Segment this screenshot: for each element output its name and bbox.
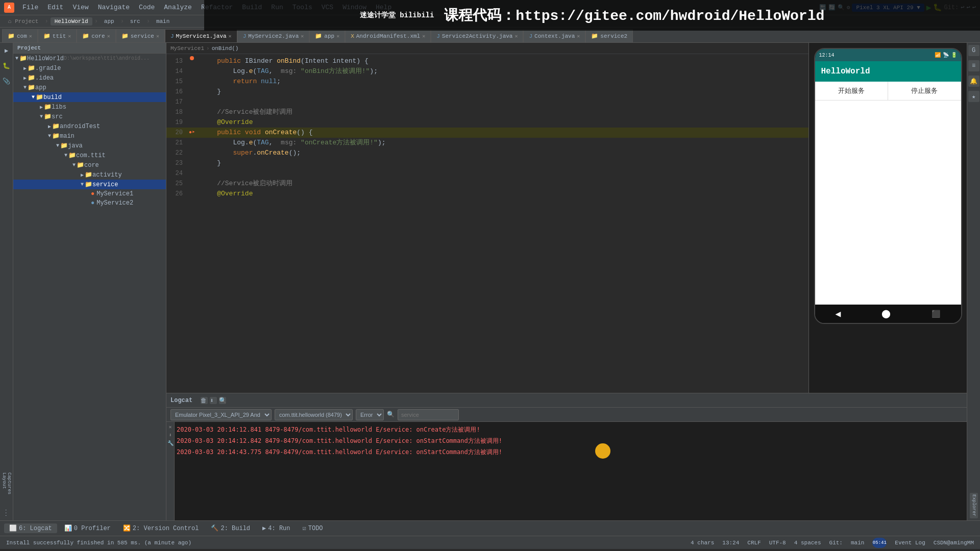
- menu-run[interactable]: Run: [267, 3, 287, 12]
- tree-item-main[interactable]: ▼ 📁 main: [13, 131, 166, 141]
- project-tab-app[interactable]: app: [100, 17, 118, 26]
- breakpoint-dot[interactable]: [190, 56, 194, 60]
- gradle-btn[interactable]: G: [968, 45, 979, 56]
- tree-item-androidtest[interactable]: ▶ 📁 androidTest: [13, 121, 166, 131]
- tab-close-ttit[interactable]: ✕: [68, 33, 71, 39]
- menu-analyze[interactable]: Analyze: [160, 3, 196, 12]
- line-ending[interactable]: CRLF: [747, 540, 761, 546]
- menu-build[interactable]: Build: [238, 3, 266, 12]
- file-tab-com[interactable]: 📁 com ✕: [2, 29, 38, 42]
- menu-file[interactable]: File: [18, 3, 42, 12]
- tab-close-manifest[interactable]: ✕: [422, 33, 425, 39]
- encoding[interactable]: UTF-8: [769, 540, 786, 546]
- bottom-tab-profiler[interactable]: 📊 0 Profiler: [59, 523, 116, 533]
- file-tab-service2activity[interactable]: J Service2Activity.java ✕: [431, 29, 523, 42]
- emulator-select[interactable]: Emulator Pixel_3_XL_API_29 And: [170, 409, 272, 420]
- tab-close-ctx[interactable]: ✕: [577, 33, 580, 39]
- start-service-button[interactable]: 开始服务: [815, 82, 889, 100]
- tab-close-ms2[interactable]: ✕: [301, 33, 304, 39]
- file-tab-core[interactable]: 📁 core ✕: [77, 29, 115, 42]
- tree-item-src[interactable]: ▼ 📁 src: [13, 112, 166, 121]
- expand-arrow-main: ▼: [48, 133, 51, 139]
- scroll-indicator-btn[interactable]: ...: [1, 507, 12, 518]
- user-avatar[interactable]: 05:41: [872, 538, 887, 548]
- menu-vcs[interactable]: VCS: [317, 3, 337, 12]
- tab-close-core[interactable]: ✕: [107, 33, 110, 39]
- project-tab-project[interactable]: ⌂ Project: [4, 17, 42, 26]
- logcat-side-btn3[interactable]: 🔧: [167, 440, 174, 446]
- file-tab-manifest[interactable]: X AndroidManifest.xml ✕: [345, 29, 431, 42]
- bottom-tab-vcs[interactable]: 🔀 2: Version Control: [118, 523, 204, 533]
- phone-recents-icon[interactable]: ⬛: [932, 310, 940, 318]
- file-tab-service[interactable]: 📁 service ✕: [116, 29, 165, 42]
- level-select[interactable]: Error: [356, 409, 384, 420]
- bottom-tab-todo[interactable]: ☑ TODO: [298, 523, 328, 533]
- package-select[interactable]: com.ttit.helloworld (8479): [275, 409, 353, 420]
- tab-close-app2[interactable]: ✕: [336, 33, 339, 39]
- phone-back-icon[interactable]: ◀: [836, 308, 841, 319]
- file-tab-context[interactable]: J Context.java ✕: [523, 29, 585, 42]
- project-tab-src[interactable]: src: [126, 17, 144, 26]
- layout-captures-btn[interactable]: Layout Captures: [3, 472, 11, 503]
- tree-item-idea[interactable]: ▶ 📁 .idea: [13, 73, 166, 83]
- logcat-search-input[interactable]: [398, 409, 459, 420]
- fav-btn[interactable]: ★: [968, 91, 979, 102]
- tree-item-myservice1[interactable]: ● MyService1: [13, 189, 166, 198]
- tree-item-comttit[interactable]: ▼ 📁 com.ttit: [13, 151, 166, 160]
- logcat-clear-btn[interactable]: 🗑: [201, 397, 208, 404]
- phone-home-icon[interactable]: ⬤: [881, 309, 891, 319]
- attach-tool-btn[interactable]: 📎: [1, 76, 12, 87]
- editor-area: MyService1 › onBind() 13 public IBinder …: [166, 43, 808, 393]
- tree-item-service[interactable]: ▼ 📁 service: [13, 180, 166, 189]
- file-tab-myservice1[interactable]: J MyService1.java ✕: [165, 29, 237, 42]
- debug-tool-btn[interactable]: 🐛: [1, 60, 12, 71]
- code-line-25: 25 //Service被启动时调用: [166, 179, 808, 189]
- project-tab-helloworld[interactable]: HelloWorld: [51, 17, 92, 26]
- logcat-side-btn2[interactable]: ⬇: [168, 432, 172, 438]
- battery-icon: 🔋: [951, 52, 957, 58]
- menu-navigate[interactable]: Navigate: [94, 3, 134, 12]
- code-editor[interactable]: 13 public IBinder onBind(Intent intent) …: [166, 54, 808, 393]
- bottom-tab-build[interactable]: 🔨 2: Build: [206, 523, 255, 533]
- logcat-filter-btn[interactable]: 🔍: [219, 397, 226, 404]
- run-tool-btn[interactable]: ▶: [1, 45, 12, 56]
- tree-item-activity[interactable]: ▶ 📁 activity: [13, 170, 166, 180]
- explorer-btn[interactable]: Explorer: [970, 493, 978, 518]
- logcat-title: Logcat: [170, 397, 192, 404]
- event-log-link[interactable]: Event Log: [895, 540, 925, 546]
- notifications-btn[interactable]: 🔔: [968, 76, 979, 87]
- file-tab-service2[interactable]: 📁 service2: [585, 29, 633, 42]
- stop-service-button[interactable]: 停止服务: [888, 82, 961, 100]
- event-log-btn[interactable]: ≡: [968, 60, 979, 71]
- menu-window[interactable]: Window: [338, 3, 371, 12]
- git-branch[interactable]: main: [851, 540, 864, 546]
- indent-spaces[interactable]: 4 spaces: [794, 540, 821, 546]
- project-tab-main[interactable]: main: [152, 17, 174, 26]
- menu-refactor[interactable]: Refactor: [197, 3, 237, 12]
- tab-close-ms1[interactable]: ✕: [229, 33, 232, 39]
- file-tab-app2[interactable]: 📁 app ✕: [309, 29, 345, 42]
- bottom-tab-logcat[interactable]: ⬜ 6: Logcat: [4, 523, 57, 533]
- tab-close-icon[interactable]: ✕: [29, 33, 32, 39]
- tree-item-gradle[interactable]: ▶ 📁 .gradle: [13, 63, 166, 73]
- bottom-tab-run[interactable]: ▶ 4: Run: [257, 523, 295, 533]
- tab-close-s2a[interactable]: ✕: [514, 33, 518, 39]
- tree-item-libs[interactable]: ▶ 📁 libs: [13, 102, 166, 112]
- tree-item-helloworld[interactable]: ▼ 📁 HelloWorld D:\workspace\ttit\android…: [13, 54, 166, 63]
- menu-help[interactable]: Help: [372, 3, 396, 12]
- menu-tools[interactable]: Tools: [288, 3, 316, 12]
- logcat-side-btn1[interactable]: ✕: [168, 424, 172, 430]
- menu-edit[interactable]: Edit: [43, 3, 67, 12]
- tree-item-myservice2[interactable]: ● MyService2: [13, 198, 166, 208]
- logcat-scroll-btn[interactable]: ⬇: [210, 397, 217, 404]
- logcat-content[interactable]: 2020-03-03 20:14:12.841 8479-8479/com.tt…: [175, 422, 967, 520]
- tree-item-java[interactable]: ▼ 📁 java: [13, 141, 166, 151]
- file-tab-myservice2[interactable]: J MyService2.java ✕: [237, 29, 310, 42]
- tree-item-build[interactable]: ▼ 📁 build: [13, 92, 166, 102]
- menu-code[interactable]: Code: [135, 3, 159, 12]
- tab-close-service[interactable]: ✕: [156, 33, 159, 39]
- tree-item-app[interactable]: ▼ 📁 app: [13, 83, 166, 92]
- tree-item-core[interactable]: ▼ 📁 core: [13, 160, 166, 170]
- file-tab-ttit[interactable]: 📁 ttit ✕: [38, 29, 77, 42]
- menu-view[interactable]: View: [68, 3, 92, 12]
